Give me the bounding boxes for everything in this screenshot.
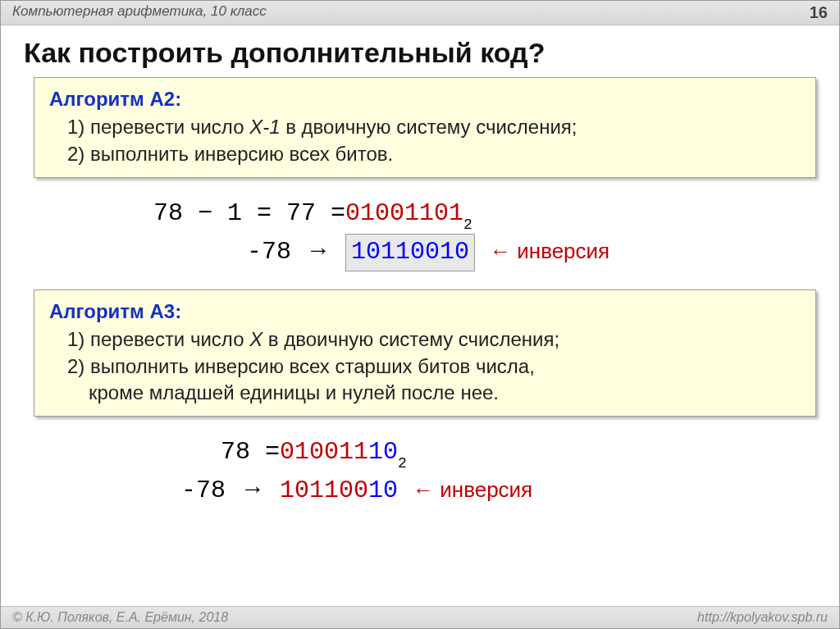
algo-a3-box: Алгоритм А3: 1) перевести число X в двои… (34, 289, 816, 417)
algo-a3-line1-post: в двоичную систему счисления; (262, 328, 559, 350)
algo-a3-line1: 1) перевести число X в двоичную систему … (49, 326, 801, 353)
calc1-result-box: 10110010 (345, 234, 475, 271)
calc2-row1: 78 = 010011102 (148, 435, 816, 471)
calc1-row1-sub: 2 (463, 217, 472, 233)
calc1: 78 − 1 = 77 = 010011012 -78 → 10110010 ←… (34, 196, 816, 271)
algo-a2-box: Алгоритм А2: 1) перевести число X-1 в дв… (34, 77, 816, 178)
algo-a2-line2: 2) выполнить инверсию всех битов. (49, 141, 801, 167)
calc1-inv-label: ← инверсия (490, 236, 609, 267)
copyright: © К.Ю. Поляков, Е.А. Ерёмин, 2018 (12, 610, 228, 625)
calc1-row1-lhs: 78 − 1 = 77 = (83, 196, 345, 232)
calc1-row1-lead: 0 (345, 199, 360, 227)
arrow-right-icon: → (306, 236, 331, 263)
calc2-row1-lead: 0 (280, 438, 294, 466)
calc2-row1-bits-blue: 10 (368, 438, 398, 466)
calc2-row1-sub: 2 (398, 455, 407, 472)
page-title: Как построить дополнительный код? (1, 25, 839, 77)
calc1-row1-bits: 1001101 (360, 199, 463, 227)
page-number: 16 (810, 3, 828, 22)
calc1-row1-bin: 010011012 (345, 196, 472, 232)
course-title: Компьютерная арифметика, 10 класс (12, 3, 267, 20)
algo-a3-line2: 2) выполнить инверсию всех старших битов… (49, 353, 801, 380)
arrow-right-icon-2: → (240, 475, 265, 502)
calc2-row2-bits-red: 101100 (280, 476, 368, 504)
algo-a3-line1-pre: 1) перевести число (67, 328, 249, 350)
calc1-row2-neg: -78 (247, 238, 306, 266)
footer-url: http://kpolyakov.spb.ru (697, 610, 828, 625)
calc2-row2-bits-blue: 10 (368, 476, 398, 504)
calc2-row1-bin: 010011102 (280, 435, 407, 471)
calc1-row1: 78 − 1 = 77 = 010011012 (83, 196, 816, 232)
content: Алгоритм А2: 1) перевести число X-1 в дв… (1, 77, 839, 606)
arrow-left-icon: ← (490, 239, 511, 263)
calc2: 78 = 010011102 -78 → 10110010 ← инверсия (34, 435, 816, 509)
algo-a2-line1: 1) перевести число X-1 в двоичную систем… (49, 114, 801, 140)
calc2-inv-text: инверсия (434, 477, 532, 502)
algo-a2-var: X-1 (249, 116, 280, 138)
algo-a2-line1-post: в двоичную систему счисления; (281, 116, 578, 138)
footer-bar: © К.Ю. Поляков, Е.А. Ерёмин, 2018 http:/… (1, 606, 839, 628)
algo-a3-line3: кроме младшей единицы и нулей после нее. (49, 380, 801, 406)
calc2-row1-bits-red: 10011 (294, 438, 368, 466)
calc2-row2-bin: 10110010 (280, 473, 398, 509)
calc1-inv-text: инверсия (511, 239, 609, 263)
slide: Компьютерная арифметика, 10 класс 16 Как… (0, 0, 840, 629)
calc2-row2-neg: -78 (181, 476, 240, 504)
algo-a3-title: Алгоритм А3: (49, 299, 801, 325)
calc2-inv-label: ← инверсия (413, 475, 532, 506)
algo-a3-var: X (249, 328, 262, 350)
arrow-left-icon-2: ← (413, 477, 434, 502)
calc2-row2-lhs: -78 → (148, 471, 280, 509)
calc1-row2-lhs: -78 → (83, 232, 345, 271)
algo-a2-line1-pre: 1) перевести число (67, 116, 249, 138)
calc2-row1-lhs: 78 = (148, 435, 280, 471)
calc2-row2: -78 → 10110010 ← инверсия (148, 471, 816, 509)
calc1-row2: -78 → 10110010 ← инверсия (83, 232, 816, 271)
algo-a2-title: Алгоритм А2: (49, 86, 801, 112)
header-bar: Компьютерная арифметика, 10 класс 16 (1, 1, 839, 25)
